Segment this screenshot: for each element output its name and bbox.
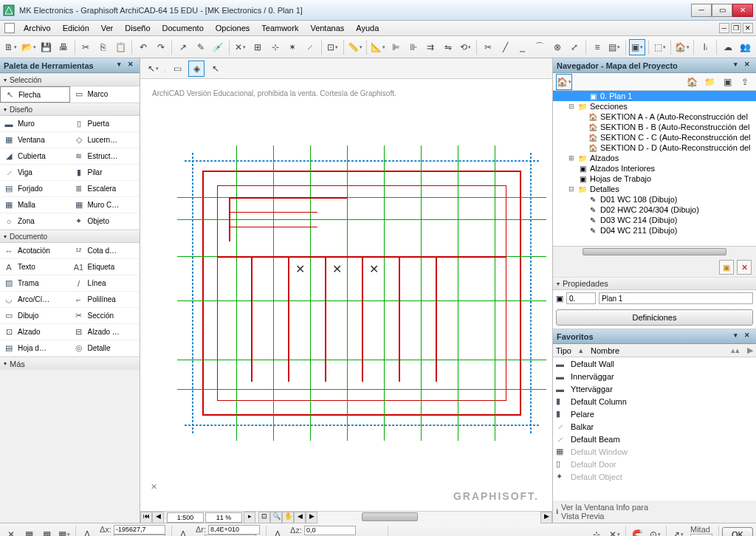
tool-lnea[interactable]: /Línea (70, 275, 140, 292)
favorite-item[interactable]: ▬Default Wall (553, 357, 756, 370)
layer-combo-button[interactable]: ▤ (607, 39, 623, 55)
rect-select-button[interactable]: ▭ (169, 61, 185, 77)
measure-button[interactable]: 📐 (370, 39, 386, 55)
scroll-first[interactable]: ⏮ (140, 512, 152, 523)
tool-marco[interactable]: ▭Marco (70, 86, 140, 103)
trim-button[interactable]: ✂ (480, 39, 496, 55)
ok-button[interactable]: OK (722, 527, 753, 537)
tree-item[interactable]: ▣0. Plan 1 (553, 91, 756, 101)
definitions-button[interactable]: Definiciones (556, 309, 753, 326)
fav-col-type[interactable]: Tipo (556, 346, 571, 355)
nav-opts-icon[interactable]: ▾ (730, 61, 740, 71)
split-button[interactable]: ╱ (497, 39, 513, 55)
nav-close-icon[interactable]: ✕ (742, 61, 752, 71)
menu-documento[interactable]: Documento (157, 21, 210, 35)
nav-proj-button[interactable]: 🏠 (684, 74, 700, 90)
view-button[interactable]: ▣ (629, 39, 645, 55)
tool-dibujo[interactable]: ▭Dibujo (0, 308, 70, 324)
tool-ventana[interactable]: ▦Ventana (0, 132, 70, 148)
favorite-item[interactable]: ⟋Default Beam (553, 433, 756, 445)
inject-button[interactable]: 💉 (210, 39, 226, 55)
info-button[interactable]: Iᵢ (697, 39, 713, 55)
tool-etiqueta[interactable]: A1Etiqueta (70, 259, 140, 275)
tool-hojad[interactable]: ▤Hoja d… (0, 340, 70, 357)
undo-button[interactable]: ↶ (135, 39, 151, 55)
redo-button[interactable]: ↷ (153, 39, 169, 55)
tool-texto[interactable]: ATexto (0, 259, 70, 275)
fav-opts-icon[interactable]: ▾ (730, 331, 740, 342)
tool-muroc[interactable]: ▦Muro C… (70, 197, 140, 213)
scroll-right[interactable]: ▶ (540, 512, 552, 523)
grid-snap-button[interactable]: ▦ (21, 526, 37, 537)
dr-input[interactable] (208, 525, 260, 535)
tree-item[interactable]: ✎D03 WC 214 (Dibujo) (553, 215, 756, 225)
toolbox-more[interactable]: Más (0, 357, 140, 370)
arrow-mode-button[interactable]: ↖ (145, 61, 161, 77)
fav-col-name[interactable]: Nombre (591, 346, 619, 355)
tree-item[interactable]: ✎D04 WC 211 (Dibujo) (553, 225, 756, 236)
menu-ayuda[interactable]: Ayuda (350, 21, 385, 35)
tree-item[interactable]: 🏠SEKTION C - C (Auto-Reconstrucción del (553, 132, 756, 142)
tool-viga[interactable]: ⟋Viga (0, 165, 70, 181)
quick-select-button[interactable]: ◈ (188, 61, 205, 77)
favorite-item[interactable]: ▯Default Door (553, 458, 756, 470)
favorite-item[interactable]: ✦Default Object (553, 470, 756, 483)
eyedropper-button[interactable]: ✎ (193, 39, 209, 55)
navigator-tree[interactable]: ▣0. Plan 1⊟📁Secciones🏠SEKTION A - A (Aut… (553, 91, 756, 246)
ruler-button[interactable]: 📏 (347, 39, 363, 55)
properties-header[interactable]: Propiedades (553, 277, 756, 290)
menu-diseño[interactable]: Diseño (119, 21, 156, 35)
tree-expand-icon[interactable]: ⊞ (568, 154, 575, 162)
mirror-button[interactable]: ⇋ (440, 39, 456, 55)
zoom-extents[interactable]: ⊡ (258, 512, 270, 523)
toolbox-section-documento[interactable]: Documento (0, 230, 140, 243)
tree-item[interactable]: 🏠SEKTION B - B (Auto-Reconstrucción del (553, 122, 756, 132)
tool-pilar[interactable]: ▮Pilar (70, 165, 140, 181)
tree-item[interactable]: ⊞📁Alzados (553, 153, 756, 163)
align-button[interactable]: ⊫ (388, 39, 404, 55)
tool-forjado[interactable]: ▤Forjado (0, 181, 70, 197)
tree-item[interactable]: 🏠SEKTION D - D (Auto-Reconstrucción del (553, 142, 756, 153)
tool-arcoc[interactable]: ◡Arco/Cí… (0, 292, 70, 308)
nav-map-button[interactable]: 🏠 (556, 74, 572, 90)
grid-button[interactable]: ⊡ (325, 39, 341, 55)
snap-guide-button[interactable]: ⊹ (267, 39, 284, 55)
toolbox-section-selección[interactable]: Selección (0, 73, 140, 86)
tool-acotacin[interactable]: ↔Acotación (0, 243, 70, 259)
tree-item[interactable]: ⊟📁Secciones (553, 101, 756, 111)
copy-button[interactable]: ⎘ (95, 39, 111, 55)
close-button[interactable]: ✕ (732, 4, 753, 17)
zoom-input[interactable] (205, 512, 242, 523)
tool-puerta[interactable]: ▯Puerta (70, 116, 140, 132)
print-button[interactable]: 🖶 (55, 39, 72, 55)
snap-opts-button[interactable]: ✕ (606, 526, 622, 537)
toolbox-section-diseño[interactable]: Diseño (0, 103, 140, 116)
scale-input[interactable] (167, 512, 204, 523)
paste-button[interactable]: 📋 (113, 39, 129, 55)
dx-input[interactable] (114, 525, 165, 535)
zoom-next[interactable]: ▶ (306, 512, 317, 523)
tool-escalera[interactable]: ≣Escalera (70, 181, 140, 197)
tree-item[interactable]: ▣Alzados Interiores (553, 163, 756, 173)
tree-item[interactable]: ⊟📁Detalles (553, 184, 756, 194)
favorite-item[interactable]: ▮Default Column (553, 395, 756, 408)
resize-button[interactable]: ⤢ (567, 39, 583, 55)
snap-point-button[interactable]: ✶ (285, 39, 301, 55)
open-button[interactable]: 📂 (21, 39, 37, 55)
rotate-button[interactable]: ⟲ (457, 39, 473, 55)
guide-button[interactable]: ⊹ (588, 526, 605, 537)
nav-delete-button[interactable]: ✕ (737, 260, 752, 275)
nav-settings-button[interactable]: ▣ (719, 260, 734, 275)
fav-close-icon[interactable]: ✕ (742, 331, 752, 342)
cloud-button[interactable]: ☁ (720, 39, 736, 55)
zoom-prev[interactable]: ◀ (294, 512, 306, 523)
scroll-thumb[interactable] (362, 512, 418, 521)
favorites-list[interactable]: ▬Default Wall▬Innerväggar▬Ytterväggar▮De… (553, 357, 756, 501)
favorite-item[interactable]: ▬Innerväggar (553, 370, 756, 382)
intersect-button[interactable]: ⊗ (549, 39, 566, 55)
fillet-button[interactable]: ⌒ (532, 39, 549, 55)
scroll-left[interactable]: ◀ (152, 512, 164, 523)
maximize-button[interactable]: ▭ (712, 4, 732, 17)
nav-view-button[interactable]: 📁 (701, 74, 718, 90)
scroll-track[interactable] (317, 512, 540, 523)
